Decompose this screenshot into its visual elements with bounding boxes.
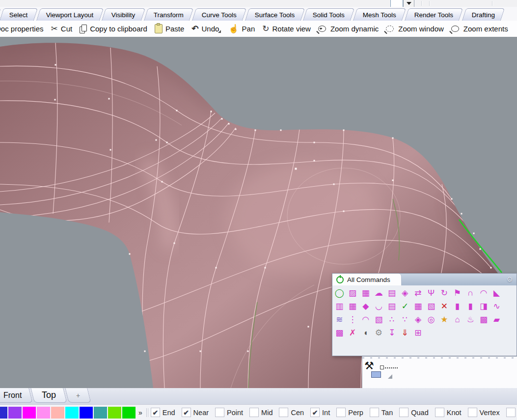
osnap-checkbox[interactable]: ✔ [151, 408, 160, 417]
gem-icon[interactable]: ◆ [359, 300, 372, 313]
arch-icon[interactable]: ∩ [464, 286, 477, 300]
color-swatch-0[interactable] [0, 407, 7, 419]
four-pane-icon[interactable]: ▦ [411, 300, 425, 313]
weld-pipe-arrows-icon[interactable]: ▮ [464, 300, 477, 313]
more-swatches-button[interactable]: » [138, 409, 142, 417]
tab-mesh-tools[interactable]: Mesh Tools [353, 8, 406, 21]
zoom-window-button[interactable]: Zoom window [386, 25, 444, 33]
open-box-icon[interactable]: ◨ [477, 300, 490, 313]
doc-properties-button[interactable]: Doc properties [0, 25, 44, 33]
delete-grid-icon[interactable]: ✕ [438, 300, 451, 313]
osnap-mid[interactable]: ✔ Mid [249, 408, 272, 417]
curved-sheet-icon[interactable]: ◡ [372, 300, 385, 313]
color-swatch-6[interactable] [80, 407, 93, 419]
rotate-star-icon[interactable]: ★ [438, 313, 451, 326]
osnap-tan[interactable]: ✔ Tan [370, 408, 393, 417]
color-swatch-3[interactable] [37, 407, 50, 419]
palette-title-bar[interactable]: All Commands ⚙ [332, 274, 517, 285]
paper-stack-icon[interactable]: ▧ [372, 313, 385, 326]
measured-box-icon[interactable]: ⊞ [411, 326, 425, 339]
scatter-points-icon[interactable]: ∴ [385, 313, 399, 326]
color-swatch-5[interactable] [65, 407, 79, 419]
s-curve-sheet-icon[interactable]: ∿ [490, 300, 503, 313]
gear-icon[interactable]: ⚙ [507, 275, 513, 284]
clipboard-plus-icon[interactable]: ▥ [333, 300, 346, 313]
folded-surface-icon[interactable]: ▨ [346, 286, 359, 300]
tab-viewport-layout[interactable]: Viewport Layout [36, 8, 103, 21]
osnap-checkbox[interactable]: ✔ [336, 408, 346, 417]
rotated-grid-icon[interactable]: ▩ [333, 326, 346, 339]
color-swatch-1[interactable] [8, 407, 22, 419]
undo-button[interactable]: ↶ Undo [191, 25, 221, 33]
sphere-in-box-icon[interactable]: ◈ [398, 286, 411, 300]
zoom-extents-button[interactable]: Zoom extents [451, 25, 508, 33]
steam-tray-icon[interactable]: ♨ [464, 313, 477, 326]
flip-arrows-icon[interactable]: ⇄ [411, 286, 425, 300]
rotate-view-button[interactable]: ↻ Rotate view [262, 25, 311, 33]
tab-drafting[interactable]: Drafting [462, 8, 505, 21]
osnap-end[interactable]: ✔ End [151, 408, 175, 417]
osnap-checkbox[interactable]: ✔ [468, 408, 477, 417]
pentagon-mesh-icon[interactable]: ⌂ [451, 313, 464, 326]
osnap-checkbox[interactable]: ✔ [399, 408, 408, 417]
viewport-tab-front[interactable]: Front [0, 388, 33, 403]
docked-toolbar-combo[interactable] [390, 0, 414, 7]
viewport-tab-top[interactable]: Top [31, 388, 68, 403]
weld-pipe-icon[interactable]: ▮ [451, 300, 464, 313]
arc-handles-icon[interactable]: ◠ [359, 313, 372, 326]
viewport-tab-+[interactable]: + [65, 388, 92, 403]
checked-panel-icon[interactable]: ✓ [398, 300, 411, 313]
corner-fold-icon[interactable]: ◣ [490, 286, 503, 300]
osnap-checkbox[interactable]: ✔ [310, 408, 320, 417]
dotted-line-icon[interactable] [380, 365, 398, 369]
osnap-near[interactable]: ✔ Near [182, 408, 209, 417]
blob-icon[interactable]: ☁ [372, 286, 385, 300]
branch-fork-icon[interactable]: Ψ [425, 286, 438, 300]
control-grid-icon[interactable]: ▤ [385, 286, 399, 300]
osnap-knot[interactable]: ✔ Knot [435, 408, 462, 417]
tab-visibility[interactable]: Visibility [102, 8, 145, 21]
combo-field[interactable] [390, 0, 403, 7]
tab-solid-tools[interactable]: Solid Tools [303, 8, 354, 21]
circle-handles-icon[interactable]: ◎ [425, 313, 438, 326]
osnap-checkbox[interactable]: ✔ [506, 408, 516, 417]
color-swatch-7[interactable] [94, 407, 107, 419]
curved-band-icon[interactable]: ◠ [477, 286, 490, 300]
copy-button[interactable]: Copy to clipboard [80, 25, 147, 33]
osnap-checkbox[interactable]: ✔ [370, 408, 379, 417]
cut-button[interactable]: ✂ Cut [51, 25, 73, 33]
flyout-triangle-icon[interactable] [218, 30, 221, 33]
combo-dropdown-button[interactable] [403, 0, 414, 7]
dark-sphere-icon[interactable]: ◖ [359, 326, 372, 339]
tab-render-tools[interactable]: Render Tools [405, 8, 463, 21]
grid-handles-icon[interactable]: ▤ [385, 300, 399, 313]
drop-panels-icon[interactable]: ⇓ [398, 326, 411, 339]
osnap-cen[interactable]: ✔ Cen [279, 408, 304, 417]
hanging-points-icon[interactable]: ∵ [398, 313, 411, 326]
double-flag-icon[interactable]: ⚑ [451, 286, 464, 300]
flyout-triangle-icon[interactable] [388, 374, 392, 379]
osnap-checkbox[interactable]: ✔ [249, 408, 259, 417]
tab-surface-tools[interactable]: Surface Tools [245, 8, 305, 21]
checklist-icon[interactable]: ⋮ [346, 313, 359, 326]
color-swatch-2[interactable] [23, 407, 36, 419]
split-window-icon[interactable]: ▦ [346, 300, 359, 313]
osnap-11[interactable]: ✔ [506, 408, 517, 417]
tab-select[interactable]: Select [0, 8, 38, 21]
osnap-checkbox[interactable]: ✔ [182, 408, 191, 417]
layered-bands-icon[interactable]: ≋ [333, 313, 346, 326]
tab-curve-tools[interactable]: Curve Tools [192, 8, 246, 21]
banner-grid-icon[interactable]: ▩ [477, 313, 490, 326]
swap-rotate-icon[interactable]: ↻ [438, 286, 451, 300]
rounded-cube-icon[interactable]: ▦ [359, 286, 372, 300]
osnap-int[interactable]: ✔ Int [310, 408, 330, 417]
gears-icon[interactable]: ⚙ [372, 326, 385, 339]
osnap-quad[interactable]: ✔ Quad [399, 408, 428, 417]
stacked-sheets-icon[interactable]: ▧ [425, 300, 438, 313]
color-swatch-8[interactable] [108, 407, 121, 419]
color-swatch-9[interactable] [122, 407, 136, 419]
rhombus-grid-icon[interactable]: ▰ [490, 313, 503, 326]
zoom-dynamic-button[interactable]: Zoom dynamic [318, 25, 379, 33]
power-toggle-icon[interactable]: ◯ [333, 286, 346, 300]
osnap-checkbox[interactable]: ✔ [215, 408, 224, 417]
